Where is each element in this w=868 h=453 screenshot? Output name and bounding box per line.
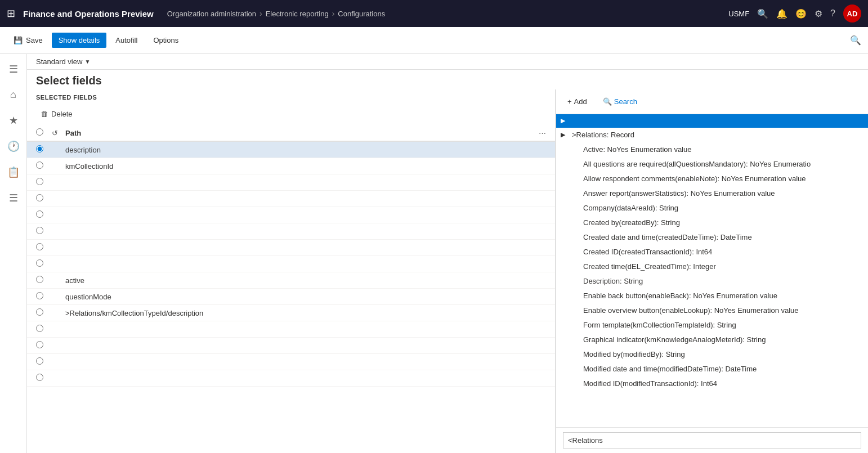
picker-item[interactable]: Created by(createdBy): String bbox=[556, 216, 868, 230]
row-radio[interactable] bbox=[36, 374, 52, 383]
breadcrumb-config[interactable]: Configurations bbox=[338, 10, 385, 18]
picker-item[interactable]: ▶>Relations: Record bbox=[556, 128, 868, 142]
user-avatar[interactable]: AD bbox=[843, 5, 861, 23]
search-topbar-icon[interactable]: 🔍 bbox=[757, 8, 768, 19]
breadcrumb-sep-2: › bbox=[332, 9, 335, 18]
delete-button[interactable]: 🗑 Delete bbox=[36, 107, 77, 120]
page-title: Select fields bbox=[36, 74, 859, 87]
row-radio[interactable] bbox=[36, 325, 52, 334]
table-row[interactable]: >Relations/kmCollectionTypeId/descriptio… bbox=[27, 305, 555, 321]
picker-item[interactable]: Created ID(createdTransactionId): Int64 bbox=[556, 245, 868, 259]
row-radio[interactable] bbox=[36, 210, 52, 219]
table-row[interactable]: active bbox=[27, 272, 555, 289]
row-radio[interactable] bbox=[36, 341, 52, 350]
refresh-icon[interactable]: ↺ bbox=[52, 129, 65, 137]
content-split: SELECTED FIELDS 🗑 Delete ↺ Path bbox=[27, 89, 868, 453]
row-radio[interactable] bbox=[36, 162, 52, 171]
row-radio[interactable] bbox=[36, 292, 52, 301]
item-label: Form template(kmCollectionTemplateId): S… bbox=[583, 321, 863, 329]
header-radio-input[interactable] bbox=[36, 128, 43, 136]
breadcrumb-er[interactable]: Electronic reporting bbox=[266, 10, 329, 18]
page-title-area: Select fields bbox=[27, 70, 868, 89]
picker-item[interactable]: Form template(kmCollectionTemplateId): S… bbox=[556, 318, 868, 333]
save-button[interactable]: 💾 Save bbox=[7, 33, 50, 48]
item-label: Enable back button(enableBack): NoYes En… bbox=[583, 291, 863, 300]
menu-icon[interactable]: ☰ bbox=[5, 187, 23, 209]
picker-item[interactable]: Enable back button(enableBack): NoYes En… bbox=[556, 289, 868, 303]
table-row[interactable] bbox=[27, 256, 555, 272]
standard-view-selector[interactable]: Standard view ▼ bbox=[36, 57, 90, 66]
table-row[interactable] bbox=[27, 338, 555, 354]
row-radio[interactable] bbox=[36, 259, 52, 268]
picker-item[interactable]: Answer report(answerStatistics): NoYes E… bbox=[556, 186, 868, 201]
expand-icon: ▶ bbox=[561, 131, 572, 138]
workspaces-icon[interactable]: 📋 bbox=[3, 162, 24, 183]
options-button[interactable]: Options bbox=[146, 33, 185, 48]
item-label: Modified by(modifiedBy): String bbox=[583, 350, 863, 358]
item-label: Answer report(answerStatistics): NoYes E… bbox=[583, 189, 863, 198]
show-details-button[interactable]: Show details bbox=[52, 33, 107, 48]
row-radio[interactable] bbox=[36, 276, 52, 285]
picker-item[interactable]: All questions are required(allQuestionsM… bbox=[556, 157, 868, 172]
item-label: All questions are required(allQuestionsM… bbox=[583, 160, 863, 168]
row-radio[interactable] bbox=[36, 194, 52, 203]
picker-item[interactable]: Graphical indicator(kmKnowledgeAnalogMet… bbox=[556, 333, 868, 347]
table-row[interactable] bbox=[27, 191, 555, 207]
table-header: ↺ Path ⋯ bbox=[27, 125, 555, 142]
table-row[interactable] bbox=[27, 223, 555, 240]
favorites-icon[interactable]: ★ bbox=[5, 110, 23, 131]
help-icon[interactable]: ? bbox=[830, 8, 835, 19]
save-icon: 💾 bbox=[14, 36, 23, 44]
row-path: questionMode bbox=[65, 293, 546, 301]
table-row[interactable]: questionMode bbox=[27, 289, 555, 305]
picker-item[interactable]: Created time(dEL_CreatedTime): Integer bbox=[556, 259, 868, 274]
item-label: Modified date and time(modifiedDateTime)… bbox=[583, 365, 863, 373]
column-more-icon[interactable]: ⋯ bbox=[539, 129, 546, 137]
hamburger-icon[interactable]: ☰ bbox=[5, 59, 23, 80]
row-path: >Relations/kmCollectionTypeId/descriptio… bbox=[65, 309, 546, 317]
picker-filter-input[interactable] bbox=[563, 432, 861, 448]
picker-item[interactable]: ▶ bbox=[556, 114, 868, 128]
row-radio[interactable] bbox=[36, 227, 52, 236]
emoji-icon[interactable]: 😊 bbox=[795, 8, 807, 19]
breadcrumb-org[interactable]: Organization administration bbox=[167, 10, 256, 18]
table-row[interactable] bbox=[27, 370, 555, 387]
row-radio[interactable] bbox=[36, 178, 52, 187]
picker-item[interactable]: Enable overview button(enableLookup): No… bbox=[556, 303, 868, 318]
table-row[interactable] bbox=[27, 207, 555, 223]
item-label: Created by(createdBy): String bbox=[583, 218, 863, 227]
table-row[interactable] bbox=[27, 354, 555, 370]
fields-rows: description kmCollectionId bbox=[27, 142, 555, 387]
header-radio bbox=[36, 128, 52, 137]
item-label: Allow respondent comments(enableNote): N… bbox=[583, 174, 863, 183]
picker-item[interactable]: Company(dataAreaId): String bbox=[556, 201, 868, 216]
picker-item[interactable]: Modified by(modifiedBy): String bbox=[556, 347, 868, 362]
picker-item[interactable]: Description: String bbox=[556, 274, 868, 289]
notification-icon[interactable]: 🔔 bbox=[776, 8, 788, 19]
row-radio[interactable] bbox=[36, 243, 52, 252]
picker-item[interactable]: Active: NoYes Enumeration value bbox=[556, 142, 868, 157]
breadcrumb: Organization administration › Electronic… bbox=[167, 9, 724, 18]
table-row[interactable] bbox=[27, 240, 555, 256]
picker-item[interactable]: Modified date and time(modifiedDateTime)… bbox=[556, 362, 868, 376]
row-radio[interactable] bbox=[36, 145, 52, 154]
table-row[interactable] bbox=[27, 321, 555, 338]
toolbar-search-icon[interactable]: 🔍 bbox=[850, 35, 861, 46]
add-button[interactable]: + Add bbox=[563, 95, 592, 108]
table-row[interactable] bbox=[27, 174, 555, 191]
table-row[interactable]: description bbox=[27, 142, 555, 158]
search-button[interactable]: 🔍 Search bbox=[598, 95, 642, 108]
search-icon: 🔍 bbox=[603, 97, 612, 106]
autofill-button[interactable]: Autofill bbox=[109, 33, 144, 48]
picker-item[interactable]: Created date and time(createdDateTime): … bbox=[556, 230, 868, 245]
settings-icon[interactable]: ⚙ bbox=[815, 8, 822, 19]
grid-icon[interactable]: ⊞ bbox=[7, 7, 15, 20]
recent-icon[interactable]: 🕐 bbox=[3, 136, 24, 157]
table-row[interactable]: kmCollectionId bbox=[27, 158, 555, 174]
row-radio[interactable] bbox=[36, 308, 52, 317]
row-radio[interactable] bbox=[36, 357, 52, 366]
picker-item[interactable]: Modified ID(modifiedTransactionId): Int6… bbox=[556, 376, 868, 391]
home-icon[interactable]: ⌂ bbox=[6, 84, 21, 105]
picker-item[interactable]: Allow respondent comments(enableNote): N… bbox=[556, 172, 868, 186]
fields-table: ↺ Path ⋯ description kmCollectionId bbox=[27, 125, 555, 453]
